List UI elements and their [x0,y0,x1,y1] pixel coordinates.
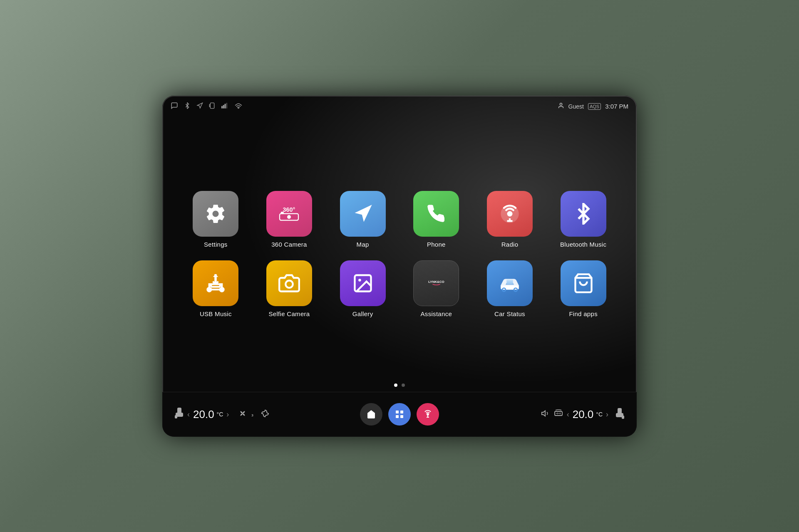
navigation-icon [196,102,203,111]
temp-right-decrease[interactable]: ‹ [567,410,569,419]
app-selfie-camera[interactable]: Selfie Camera [261,260,318,317]
selfie-camera-label: Selfie Camera [269,310,310,317]
app-usb-music[interactable]: USB Music [187,260,244,317]
svg-point-37 [427,413,429,416]
volume-icon [541,409,550,420]
svg-rect-5 [226,103,227,109]
svg-rect-41 [555,411,562,416]
app-settings[interactable]: Settings [187,191,244,248]
svg-point-32 [242,413,243,414]
temp-right-value: 20.0 [573,408,594,421]
svg-text:LYNK&CO: LYNK&CO [428,280,444,284]
phone-icon-bg [413,191,459,237]
svg-marker-12 [355,205,372,222]
bottom-nav-buttons [360,403,439,426]
360camera-icon-bg: 360° [266,191,312,237]
time-display: 3:07 PM [605,103,628,110]
svg-rect-48 [622,416,624,419]
heat-icon [260,408,270,421]
sim-icon [209,102,216,111]
app-360camera[interactable]: 360° 360 Camera [261,191,318,248]
status-right: Guest AQS 3:07 PM [558,102,628,110]
svg-point-6 [238,108,239,108]
svg-rect-35 [396,415,399,418]
svg-rect-33 [396,411,399,413]
map-icon-bg [340,191,386,237]
app-map[interactable]: Map [334,191,391,248]
temp-left-display: 20.0 °C [193,408,223,421]
car-status-icon-bg [487,260,533,306]
app-car-status[interactable]: Car Status [481,260,538,317]
app-bluetooth-music[interactable]: Bluetooth Music [555,191,612,248]
gallery-icon-bg [340,260,386,306]
svg-point-22 [358,279,361,282]
svg-rect-3 [223,105,224,108]
fan-icon [238,409,247,420]
pagination-dot-1[interactable] [394,384,397,387]
svg-rect-34 [400,411,403,413]
bluetooth-status-icon [184,102,191,111]
svg-point-10 [287,215,291,219]
svg-rect-2 [221,106,223,108]
bluetooth-music-label: Bluetooth Music [560,241,606,248]
bottom-bar: ‹ 20.0 °C › ₃ [162,392,637,437]
svg-rect-46 [618,408,622,414]
seat-right-icon [615,408,624,421]
svg-rect-31 [175,415,177,418]
settings-label: Settings [204,241,228,248]
defrost-icon [553,408,563,421]
seat-left-icon [175,408,184,421]
phone-label: Phone [427,241,446,248]
svg-marker-0 [197,103,203,108]
assistance-icon-bg: LYNK&CO [413,260,459,306]
svg-point-13 [507,211,512,216]
radio-button[interactable] [417,403,439,426]
fan-speed-label: ₃ [251,411,253,418]
main-content: Settings 360° 360 Camera [162,117,637,391]
temp-left-value: 20.0 [193,408,214,421]
svg-text:360°: 360° [283,206,295,213]
find-apps-label: Find apps [569,310,598,317]
find-apps-icon-bg [561,260,606,306]
usb-music-label: USB Music [200,310,232,317]
app-grid: Settings 360° 360 Camera [187,191,612,317]
aqs-icon: AQS [588,103,601,110]
chat-icon [171,102,178,111]
pagination-dot-2[interactable] [402,384,405,387]
svg-rect-29 [177,408,181,413]
app-gallery[interactable]: Gallery [334,260,391,317]
status-icons-left [171,102,242,111]
selfie-camera-icon-bg [266,260,312,306]
app-assistance[interactable]: LYNK&CO Assistance [408,260,465,317]
app-radio[interactable]: Radio [481,191,538,248]
temp-left-increase[interactable]: › [226,410,229,419]
temp-left-unit: °C [217,411,223,418]
infotainment-screen: Guest AQS 3:07 PM Settings 360° [162,96,637,437]
bluetooth-music-icon-bg [561,191,606,237]
user-label: Guest [568,103,584,110]
temp-right-unit: °C [596,411,603,418]
home-button[interactable] [360,403,382,426]
svg-rect-4 [225,104,226,108]
status-bar: Guest AQS 3:07 PM [162,96,637,117]
map-label: Map [357,241,369,248]
svg-point-7 [560,103,562,105]
temp-right-display: 20.0 °C [573,408,603,421]
app-phone[interactable]: Phone [408,191,465,248]
svg-marker-40 [542,411,545,416]
temp-right-increase[interactable]: › [606,410,608,419]
bottom-right-controls: ‹ 20.0 °C › [439,408,624,421]
signal-icon [221,102,229,111]
grid-button[interactable] [388,403,411,426]
car-status-label: Car Status [494,310,525,317]
user-icon [558,102,564,110]
gallery-label: Gallery [352,310,373,317]
svg-point-20 [285,280,293,287]
assistance-label: Assistance [421,310,452,317]
app-find-apps[interactable]: Find apps [555,260,612,317]
wifi-icon [235,103,242,110]
settings-icon-bg [193,191,238,237]
radio-icon-bg [487,191,533,237]
360camera-label: 360 Camera [271,241,307,248]
temp-left-decrease[interactable]: ‹ [187,410,190,419]
